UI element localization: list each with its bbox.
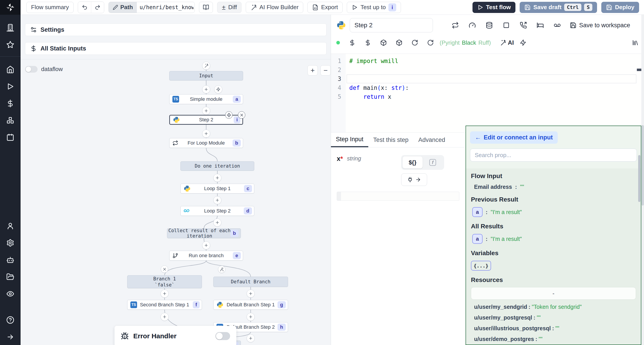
node-for-loop-module[interactable]: For Loop Module b (169, 138, 243, 148)
right-scrollbar-thumb[interactable] (642, 125, 644, 206)
code-editor[interactable]: 1 2 3 4 5 # import wmill def main(x: str… (331, 54, 644, 132)
path-input[interactable] (137, 2, 194, 13)
insert-step-button[interactable] (247, 313, 255, 321)
favorites-star-icon[interactable] (6, 41, 14, 49)
sleep-bed-icon[interactable] (537, 22, 544, 29)
error-handler-toggle[interactable] (215, 332, 230, 340)
home-icon[interactable] (6, 65, 14, 73)
javascript-mode-button[interactable]: f (422, 156, 443, 168)
library-panel-icon[interactable] (632, 39, 639, 46)
reload-icon-1[interactable] (412, 39, 418, 46)
save-to-workspace-button[interactable]: Save to workspace (570, 22, 630, 29)
step-id-badge[interactable]: a (472, 207, 482, 217)
error-handler-card[interactable]: Error Handler (114, 326, 236, 345)
node-simple-module[interactable]: TS Simple module a (169, 94, 243, 104)
package-icon-2[interactable] (396, 39, 402, 46)
resource-row[interactable]: u/user/my_postgresql:"" (474, 314, 636, 321)
template-mode-button[interactable]: ${} (402, 156, 422, 168)
workspace-building-icon[interactable] (6, 24, 14, 32)
insert-step-button[interactable] (160, 290, 168, 298)
cache-database-icon[interactable] (486, 22, 493, 29)
search-prop-input[interactable] (470, 149, 637, 162)
connect-panel-scrollbar-thumb[interactable] (638, 155, 640, 202)
node-default-branch[interactable]: Default Branch (213, 277, 288, 287)
node-loop-step-1[interactable]: Loop Step 1 c (180, 184, 254, 194)
remove-branch-button[interactable] (161, 266, 168, 273)
insert-step-button[interactable] (202, 107, 210, 115)
redo-button[interactable] (91, 2, 104, 13)
node-collect-result[interactable]: Collect result of each iteration b (167, 228, 241, 238)
resource-row[interactable]: u/user/illustrious_postgresql:"" (474, 325, 636, 332)
insert-step-button[interactable] (247, 290, 255, 298)
node-branch-1[interactable]: Branch 1`false` (127, 275, 202, 288)
expand-sidebar-arrow-icon[interactable] (6, 333, 14, 341)
resources-boxes-icon[interactable] (6, 116, 14, 124)
retry-repeat-icon[interactable] (452, 22, 459, 29)
connect-input-button[interactable] (401, 173, 427, 186)
ai-assistant-button[interactable]: AI (500, 39, 514, 46)
code-area[interactable]: # import wmill def main(x: str): return … (346, 54, 644, 132)
folders-icon[interactable] (6, 273, 14, 281)
suspend-phone-icon[interactable] (520, 22, 527, 29)
dollar-icon-1[interactable] (349, 39, 356, 46)
edit-or-connect-back-button[interactable]: ← Edit or connect an input (470, 131, 558, 144)
flow-summary-button[interactable]: Flow summary (26, 2, 74, 13)
resource-type-select[interactable]: - (471, 287, 636, 300)
save-draft-button[interactable]: Save draft Ctrl S (520, 2, 597, 13)
users-icon[interactable] (6, 222, 14, 230)
tab-advanced[interactable]: Advanced (414, 132, 450, 147)
tab-step-input[interactable]: Step Input (331, 132, 368, 147)
ai-flow-builder-button[interactable]: AI Flow Builder (246, 2, 303, 13)
dollar-icon-2[interactable] (364, 39, 371, 46)
step-id-badge[interactable]: a (472, 234, 482, 244)
resource-row[interactable]: u/user/my_sendgrid:"Token for sendgrid" (474, 303, 636, 310)
node-second-branch-step-1[interactable]: TS Second Branch Step 1 f (127, 300, 202, 310)
schedules-calendar-icon[interactable] (6, 133, 14, 141)
arg-value-input[interactable] (337, 192, 459, 201)
reload-icon-2[interactable] (427, 39, 434, 46)
node-input[interactable]: Input (169, 71, 243, 80)
deploy-button[interactable]: Deploy (601, 2, 639, 13)
early-stop-gauge-icon[interactable] (469, 22, 476, 29)
ai-suggest-wand-button[interactable] (202, 62, 210, 70)
tab-test-this-step[interactable]: Test this step (368, 132, 414, 147)
audit-eye-icon[interactable] (6, 290, 14, 298)
variables-dollar-icon[interactable] (6, 99, 14, 107)
all-results-item[interactable]: a : "I'm a result" (472, 234, 636, 244)
delete-step-button[interactable] (238, 111, 245, 119)
undo-button[interactable] (78, 2, 91, 13)
insert-step-button[interactable] (213, 219, 222, 227)
test-up-to-button[interactable]: Test up to i (347, 2, 401, 13)
resource-row[interactable]: u/user/demo_postgres:"" (474, 336, 636, 343)
test-flow-button[interactable]: Test flow (472, 2, 516, 13)
mock-square-icon[interactable] (503, 22, 510, 29)
concurrency-voicemail-icon[interactable] (554, 22, 561, 29)
node-run-one-branch[interactable]: Run one branch e (169, 251, 243, 261)
package-icon-1[interactable] (380, 39, 387, 46)
step-name-input[interactable] (350, 18, 433, 32)
insert-step-button[interactable] (202, 241, 210, 249)
insert-step-button[interactable] (247, 334, 255, 342)
settings-gear-icon[interactable] (6, 239, 14, 247)
previous-result-item[interactable]: a : "I'm a result" (472, 207, 636, 217)
variables-object-badge[interactable]: {...} (471, 261, 491, 271)
insert-step-button[interactable] (202, 130, 210, 138)
insert-step-button[interactable] (202, 85, 210, 93)
path-label[interactable]: Path (109, 2, 137, 13)
diff-button[interactable]: ±Diff (217, 2, 242, 13)
insert-step-button[interactable] (213, 174, 222, 182)
move-step-handle[interactable] (225, 111, 232, 119)
insert-step-button[interactable] (160, 313, 168, 321)
export-button[interactable]: Export (308, 2, 342, 13)
windmill-logo[interactable] (0, 0, 20, 15)
node-do-one-iteration[interactable]: Do one iteration (180, 161, 254, 171)
node-loop-step-2[interactable]: GO Loop Step 2 d (180, 206, 254, 216)
insert-trigger-button[interactable] (214, 85, 222, 93)
help-icon[interactable] (6, 316, 14, 324)
variables-item[interactable]: {...} (471, 261, 636, 271)
insert-step-button[interactable] (213, 196, 222, 204)
runs-play-icon[interactable] (6, 82, 14, 90)
flow-input-item[interactable]: Email address : "" (474, 184, 636, 190)
instant-preview-zap-icon[interactable] (520, 39, 526, 46)
workers-robot-icon[interactable] (6, 256, 14, 264)
